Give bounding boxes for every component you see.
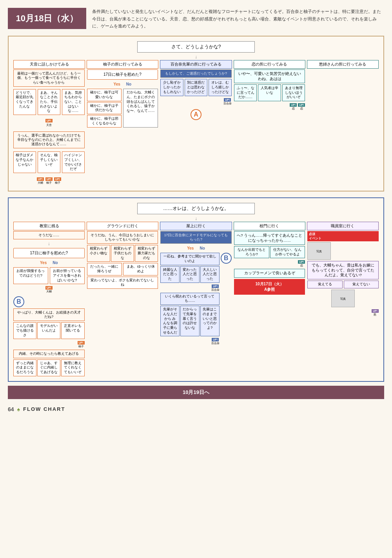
b-label-2: B bbox=[221, 253, 232, 264]
middle-start: ……オレは、どうしようかな。 bbox=[13, 203, 379, 214]
arrow1: ↓ bbox=[13, 54, 379, 60]
okujou-q: 17日に百合奈にヌードモデルになってもらった? bbox=[160, 231, 232, 244]
tenon-sub2: 柚子はダメな子なんかじゃない そんな、柚子しくないいぞ ハイジャンプくしい、でか… bbox=[13, 151, 85, 173]
start-box: さて、どうしようかな? bbox=[137, 41, 255, 53]
page: 10月18日（水） 条件満たしていないと発生しないイベントなど、だんだんと複雑な… bbox=[0, 0, 392, 558]
yuzu-branches: 確かに、柚子は可愛いからな 確かに、柚子は子供だからな 確かに、柚子は邪くくなる… bbox=[87, 89, 158, 127]
kyoshitsu-up2: UP! 柚子 bbox=[13, 340, 85, 348]
koi-q: いや〜、可愛いと気苦労が絶えないわね、あはは bbox=[234, 69, 305, 83]
kyoshitsu-up: UP! 大輔 bbox=[13, 285, 85, 294]
branch-row-1: 天音に話しかけてみる 柚子の所に行ってみる 百合奈先輩の所に行ってみる 恋の所に… bbox=[13, 60, 379, 69]
yurina-ups: UP! 百合奈 bbox=[160, 97, 232, 106]
date-box: 10月18日（水） bbox=[8, 8, 86, 29]
shokuinshitsu-top: 必須イベント 写真 bbox=[307, 231, 379, 260]
koi-col: いや〜、可愛いと気苦労が絶えないわね、あはは ふぅ〜、なに言ってんだか…… 人気… bbox=[234, 69, 305, 111]
branch-koi: 恋の所に行ってみる bbox=[234, 60, 305, 69]
page-number: 64 bbox=[8, 406, 14, 412]
branch-yurina: 百合奈先輩の所に行ってみる bbox=[160, 60, 232, 69]
kyoshitsu-q: 17日に柚子を慰めた? bbox=[13, 248, 85, 258]
yuzu-q: 17日に柚子を慰めた? bbox=[87, 69, 158, 80]
branch-kyoshitsu: 教室に残る bbox=[13, 222, 85, 230]
shokuinshitsu-content: 必須イベント 写真 でも、大輔ちゃん、昔は私をお嫁にもらってくれって、自分で言っ… bbox=[307, 231, 379, 317]
middle-box: ……オレは、どうしようかな。 bbox=[137, 203, 255, 214]
branch-okujou: 屋上に行く bbox=[160, 222, 232, 230]
okujou-opts2: 先輩がそんな人だから みんなを調子に乗らせるんだ だからって先輩を慕く言うのは許… bbox=[160, 306, 220, 336]
kyoshitsu-opts3: ずっと内緒のままになるだろうな じゃあ、すぐに内緒してあげるな 無理に教えてくれ… bbox=[13, 359, 85, 376]
tenon-up: UP! 天音 bbox=[13, 118, 85, 127]
komon-q: へ? うっん……帰ってすぐあんなことになっちゃったから…… bbox=[234, 231, 305, 245]
ground-content: そうだね。うん、今日はもうおしまいにしちゃってもいいかな 相変わらず小さい物な … bbox=[87, 231, 158, 289]
branch-shokuinshitsu: 職員室に行く bbox=[307, 222, 379, 230]
tenon-q2: うっん、選手に選ばれなかっただけでも辛目な子なのにその上、大輔くんまでに迷惑かけ… bbox=[13, 131, 85, 148]
kyoshitsu-content: そうだな…… ↓ 17日に柚子を慰めた? Yes No お前が我慢するってのはど… bbox=[13, 231, 85, 376]
photo2: 写真 bbox=[331, 290, 355, 307]
tenon-sub2b: UP! 大輔 UP! 柚子 UP! 柚子 bbox=[13, 177, 85, 185]
branch-komon: 校門に行く bbox=[234, 222, 305, 230]
b-label-1: B bbox=[13, 296, 85, 307]
footer-title: FLOW CHART bbox=[23, 406, 65, 412]
date-text: 10月18日（水） bbox=[16, 13, 78, 23]
bottom-branch-row: 教室に残る グラウンドに行く 屋上に行く 校門に行く 職員室に行く bbox=[13, 222, 379, 230]
yurina-col: もしかして、ご迷惑だったでしょうか? 少し恥ずかしかったかもしれない 別に迷惑だ… bbox=[160, 69, 232, 120]
ground-opts: 相変わらず小さい物な 相変わらず子供だものな 相変わらず勝力家だものな bbox=[87, 245, 158, 262]
kyoshitsu-text: そうだな…… bbox=[13, 231, 85, 239]
komon-q2: カップラーメンで良いあるぞ bbox=[234, 269, 305, 277]
date-event: 10月17日（火）A参照 bbox=[234, 279, 305, 295]
bottom-branch-content: そうだな…… ↓ 17日に柚子を慰めた? Yes No お前が我慢するってのはど… bbox=[13, 231, 379, 376]
destination-box: 10月19日へ bbox=[8, 386, 384, 399]
kyoshitsu-subbranch: お前が我慢するってのはどうだ? お前が持っているアイスを食べきればいいかな? bbox=[13, 267, 85, 284]
branch-tenon: 天音に話しかけてみる bbox=[13, 60, 85, 69]
tenon-col: 最初は一個だって思んんだけど、もう一個、もう一個って食べてるうちに半分くらい食べ… bbox=[13, 69, 85, 186]
kyoshitsu-opts: こんなの誰でも描けるさ モデルがいいんだよ 正直オレも聞いてる bbox=[13, 322, 85, 339]
ground-sub: だったら、一緒に帰ろうぜ まあ、ゆっくり休めよ bbox=[87, 263, 158, 275]
tenon-sub1: どうりで、最近顔が丸くなってきたんな まあ、そんなことされたら、手伝わさないよな… bbox=[13, 89, 85, 115]
kyoshitsu-q2: やっぱり、大輔くんは、お絵描きの天才だね? bbox=[13, 308, 85, 321]
koi-ups: UP! 恋 UP! 恋 bbox=[234, 102, 305, 111]
yuzu-yes-no: Yes No bbox=[114, 82, 132, 86]
leaf-icon: ♠ bbox=[17, 406, 20, 412]
footer: 64 ♠ FLOW CHART bbox=[8, 403, 384, 416]
yurina-q: もしかして、ご迷惑だったでしょうか? bbox=[160, 69, 232, 78]
top-flowchart: さて、どうしようかな? ↓ 天音に話しかけてみる 柚子の所に行ってみる 百合奈先… bbox=[8, 36, 384, 191]
photo1: 写真 bbox=[307, 242, 331, 260]
yuzu-col: 17日に柚子を慰めた? Yes No 確かに、柚子は可愛いからな 確かに、柚子は… bbox=[87, 69, 158, 127]
branch-content-row: 最初は一個だって思んんだけど、もう一個、もう一個って食べてるうちに半分くらい食べ… bbox=[13, 69, 379, 186]
shokuinshitsu-q: でも、大輔ちゃん、昔は私をお嫁にもらってくれって、自分で言ってたんだよ。覚えてな… bbox=[307, 261, 379, 279]
branch-yuzu: 柚子の所に行ってみる bbox=[87, 60, 158, 69]
start-node: さて、どうしようかな? bbox=[13, 41, 379, 53]
okujou-branches: 一応ね、参考までに聞かせて欲しいのよ 綺麗な人だと思った 変わった人だと思った … bbox=[160, 253, 232, 345]
shu-col bbox=[307, 69, 379, 77]
okujou-content: 17日に百合奈にヌードモデルになってもらった? Yes No 一応ね、参考までに… bbox=[160, 231, 232, 345]
komon-opts: なんか出前でもとろうか? 仕方がない、なんか作ってやるよ bbox=[234, 246, 305, 258]
branch-ground: グラウンドに行く bbox=[87, 222, 158, 230]
middle-flowchart: ……オレは、どうしようかな。 ↓ 教室に残る グラウンドに行く 屋上に行く 校門… bbox=[8, 197, 384, 382]
branch-shu: 愁姉さんの所に行ってみる bbox=[307, 60, 379, 69]
koi-options: ふぅ〜、なに言ってんだか…… 人気者は辛いな あまり無理しないほうがいいぞ bbox=[234, 84, 305, 101]
ground-q2: 変わってないよ、ボクも変われてないしね bbox=[87, 277, 158, 289]
shokuinshitsu-opts: 覚えてる 覚えてない bbox=[307, 281, 379, 288]
header-section: 10月18日（水） 条件満たしていないと発生しないイベントなど、だんだんと複雑な… bbox=[8, 8, 384, 30]
tenon-q1: 最初は一個だって思んんだけど、もう一個、もう一個って食べてるうちに半分くらい食べ… bbox=[13, 69, 85, 86]
kyoshitsu-q3: 内緒、その時になったら教えてあげる bbox=[13, 350, 85, 358]
header-description: 条件満たしていないと発生しないイベントなど、だんだんと複雑なフローチャートになっ… bbox=[92, 8, 384, 30]
okujou-opts: 綺麗な人だと思った 変わった人だと思った 大人しい人だと思った bbox=[160, 266, 220, 283]
section-a: A bbox=[191, 109, 201, 120]
komon-content: へ? うっん……帰ってすぐあんなことになっちゃったから…… なんか出前でもとろう… bbox=[234, 231, 305, 294]
arrow-mid: ↓ bbox=[13, 216, 379, 221]
yurina-options: 少し恥ずかしかったかもしれない 別に迷惑だとは思わなかったけど オレは、むしろ嬉… bbox=[160, 79, 232, 96]
